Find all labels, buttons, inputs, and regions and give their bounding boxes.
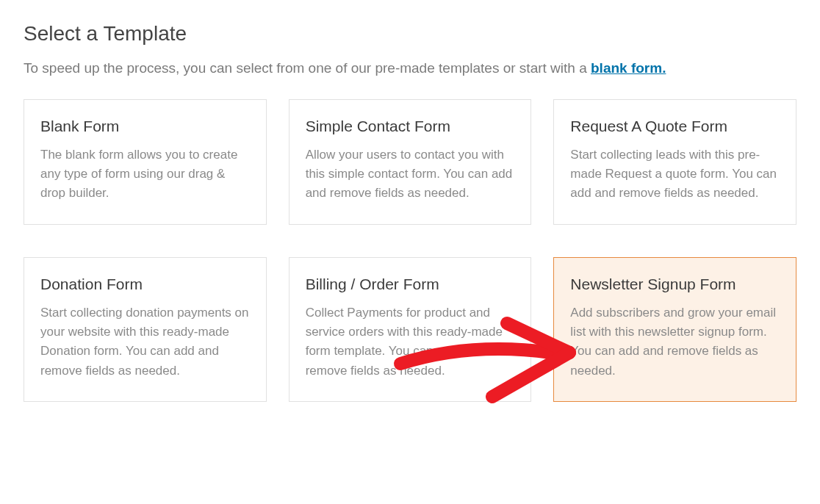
template-card-request-quote[interactable]: Request A Quote Form Start collecting le…: [553, 99, 796, 225]
template-grid: Blank Form The blank form allows you to …: [24, 99, 796, 402]
card-desc: Start collecting donation payments on yo…: [40, 303, 250, 381]
card-title: Billing / Order Form: [306, 276, 515, 293]
card-title: Request A Quote Form: [570, 118, 780, 135]
card-desc: Start collecting leads with this pre-mad…: [570, 145, 780, 204]
page-title: Select a Template: [24, 22, 796, 46]
subtitle-text: To speed up the process, you can select …: [24, 60, 591, 76]
template-card-newsletter-signup[interactable]: Newsletter Signup Form Add subscribers a…: [553, 257, 796, 402]
page-subtitle: To speed up the process, you can select …: [24, 59, 796, 79]
card-desc: The blank form allows you to create any …: [40, 145, 250, 204]
card-title: Blank Form: [40, 118, 250, 135]
card-desc: Add subscribers and grow your email list…: [570, 303, 780, 381]
blank-form-link[interactable]: blank form.: [591, 60, 666, 76]
card-desc: Collect Payments for product and service…: [306, 303, 515, 381]
template-card-billing-order[interactable]: Billing / Order Form Collect Payments fo…: [289, 257, 532, 402]
template-card-donation[interactable]: Donation Form Start collecting donation …: [24, 257, 267, 402]
template-card-simple-contact[interactable]: Simple Contact Form Allow your users to …: [289, 99, 532, 225]
card-title: Newsletter Signup Form: [570, 276, 780, 293]
card-title: Donation Form: [40, 276, 250, 293]
card-desc: Allow your users to contact you with thi…: [306, 145, 515, 204]
template-card-blank-form[interactable]: Blank Form The blank form allows you to …: [24, 99, 267, 225]
card-title: Simple Contact Form: [306, 118, 515, 135]
